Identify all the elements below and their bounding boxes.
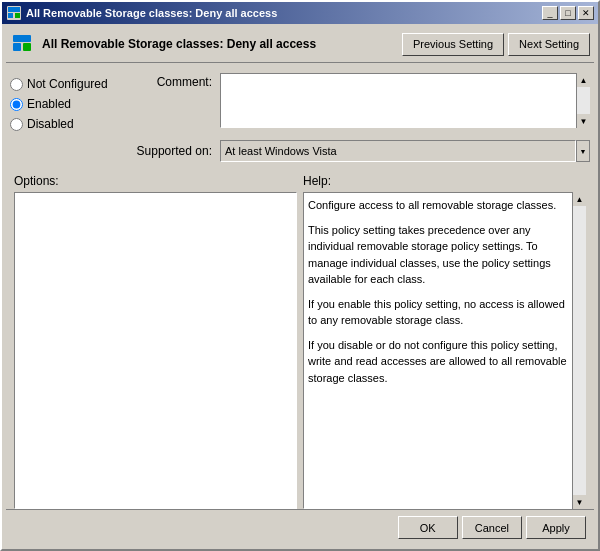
title-bar: All Removable Storage classes: Deny all …: [2, 2, 598, 24]
supported-scrollbar[interactable]: ▼: [576, 140, 590, 162]
header-row: All Removable Storage classes: Deny all …: [6, 28, 594, 63]
next-setting-button[interactable]: Next Setting: [508, 33, 590, 56]
svg-rect-7: [23, 43, 31, 51]
right-form: Comment: ▲ ▼ Supported on:: [110, 73, 590, 170]
radio-enabled[interactable]: Enabled: [10, 97, 110, 111]
comment-input[interactable]: [220, 73, 590, 128]
radio-enabled-label: Enabled: [27, 97, 71, 111]
help-box[interactable]: Configure access to all removable storag…: [303, 192, 586, 509]
ok-button[interactable]: OK: [398, 516, 458, 539]
options-help-row: Options: Help: Configure access to all r…: [14, 174, 586, 509]
minimize-button[interactable]: _: [542, 6, 558, 20]
previous-setting-button[interactable]: Previous Setting: [402, 33, 504, 56]
help-box-wrapper: Configure access to all removable storag…: [303, 192, 586, 509]
help-paragraph-1: Configure access to all removable storag…: [308, 197, 569, 214]
radio-disabled-input[interactable]: [10, 118, 23, 131]
header-buttons: Previous Setting Next Setting: [402, 33, 590, 56]
header-title: All Removable Storage classes: Deny all …: [42, 37, 402, 51]
radio-disabled[interactable]: Disabled: [10, 117, 110, 131]
svg-rect-6: [13, 43, 21, 51]
options-section: Options:: [14, 174, 297, 509]
apply-button[interactable]: Apply: [526, 516, 586, 539]
supported-row: Supported on: At least Windows Vista ▼: [110, 140, 590, 162]
help-label: Help:: [303, 174, 586, 188]
window-icon: [6, 5, 22, 21]
radio-group: Not Configured Enabled Disabled: [10, 77, 110, 131]
window-content: All Removable Storage classes: Deny all …: [2, 24, 598, 549]
header-icon: [10, 32, 34, 56]
help-scroll-down[interactable]: ▼: [573, 495, 586, 509]
top-form: Not Configured Enabled Disabled C: [10, 69, 590, 174]
main-window: All Removable Storage classes: Deny all …: [0, 0, 600, 551]
comment-row: Comment: ▲ ▼: [110, 73, 590, 128]
help-scroll-track: [573, 206, 586, 495]
svg-rect-1: [8, 7, 20, 12]
supported-scroll-arrow[interactable]: ▼: [577, 141, 589, 161]
comment-scrollbar[interactable]: ▲ ▼: [576, 73, 590, 128]
close-button[interactable]: ✕: [578, 6, 594, 20]
svg-rect-5: [13, 35, 31, 42]
help-paragraph-3: If you enable this policy setting, no ac…: [308, 296, 569, 329]
title-bar-text: All Removable Storage classes: Deny all …: [26, 7, 542, 19]
help-paragraph-4: If you disable or do not configure this …: [308, 337, 569, 387]
radio-enabled-input[interactable]: [10, 98, 23, 111]
radio-not-configured-label: Not Configured: [27, 77, 108, 91]
help-paragraph-2: This policy setting takes precedence ove…: [308, 222, 569, 288]
radio-not-configured[interactable]: Not Configured: [10, 77, 110, 91]
supported-field: At least Windows Vista: [220, 140, 576, 162]
help-scroll-up[interactable]: ▲: [573, 192, 586, 206]
supported-label: Supported on:: [110, 144, 220, 158]
scroll-up-arrow[interactable]: ▲: [577, 73, 590, 87]
radio-disabled-label: Disabled: [27, 117, 74, 131]
svg-rect-3: [15, 13, 20, 18]
radio-not-configured-input[interactable]: [10, 78, 23, 91]
title-bar-buttons: _ □ ✕: [542, 6, 594, 20]
help-section: Help: Configure access to all removable …: [303, 174, 586, 509]
bottom-bar: OK Cancel Apply: [6, 509, 594, 545]
comment-label: Comment:: [110, 73, 220, 89]
scroll-down-arrow[interactable]: ▼: [577, 114, 590, 128]
help-scrollbar[interactable]: ▲ ▼: [572, 192, 586, 509]
supported-value: At least Windows Vista: [225, 145, 337, 157]
options-box[interactable]: [14, 192, 297, 509]
cancel-button[interactable]: Cancel: [462, 516, 522, 539]
options-label: Options:: [14, 174, 297, 188]
main-layout: Not Configured Enabled Disabled C: [6, 69, 594, 509]
scroll-track: [577, 87, 590, 114]
maximize-button[interactable]: □: [560, 6, 576, 20]
svg-rect-2: [8, 13, 13, 18]
